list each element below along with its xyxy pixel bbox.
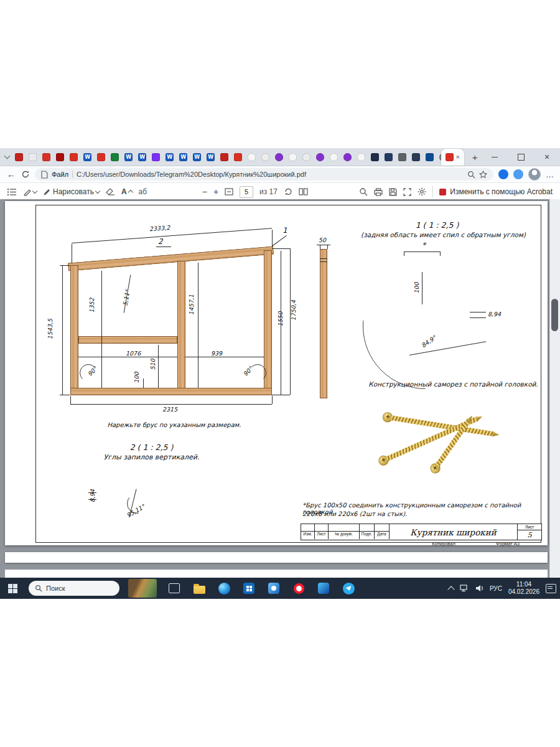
search-document-icon[interactable] [359, 187, 368, 196]
print-icon[interactable] [374, 188, 383, 196]
beam-side-view [320, 249, 327, 398]
url-field[interactable]: Файл C:/Users/user/Downloads/Telegram%20… [35, 168, 493, 181]
zoom-in-button[interactable]: + [213, 187, 218, 197]
dimension-line [470, 312, 486, 312]
close-button[interactable]: × [534, 148, 560, 166]
browser-tab[interactable] [275, 153, 283, 161]
dim-right-inner: 1550 [277, 311, 284, 326]
new-tab-button[interactable]: + [468, 150, 482, 164]
title-block-header: Изм. [301, 532, 315, 539]
browser-tab[interactable] [316, 153, 324, 161]
detail1-title: 1 ( 1 : 2,5 ) [386, 220, 488, 230]
back-icon[interactable]: ← [6, 169, 16, 179]
volume-icon[interactable] [475, 585, 483, 592]
browser-tab[interactable] [56, 153, 64, 161]
browser-tab[interactable] [343, 153, 352, 161]
browser-tab[interactable]: W [83, 153, 91, 161]
extension-line [272, 248, 290, 249]
browser-tab[interactable] [357, 153, 365, 161]
minimize-button[interactable] [482, 148, 508, 166]
scrollbar-thumb[interactable] [551, 299, 558, 331]
tab-strip: WWWWWWW × + × [0, 148, 560, 166]
browser-tab[interactable] [111, 153, 119, 161]
browser-tab[interactable] [97, 153, 105, 161]
browser-tab[interactable] [398, 153, 406, 161]
full-screen-icon[interactable] [403, 188, 411, 196]
file-explorer-button[interactable] [187, 578, 212, 599]
telegram-button[interactable] [336, 578, 361, 599]
dimension-line [101, 271, 102, 388]
browser-tab[interactable] [152, 153, 160, 161]
browser-tab[interactable] [385, 153, 393, 161]
settings-gear-icon[interactable] [418, 187, 426, 196]
action-center-icon[interactable] [546, 584, 556, 593]
scrollbar[interactable] [549, 199, 560, 578]
blue-app-button[interactable] [311, 578, 336, 599]
taskbar-search[interactable]: Поиск [29, 581, 119, 596]
browser-tab[interactable]: W [179, 153, 187, 161]
rotate-icon[interactable] [284, 187, 292, 196]
draw-button[interactable]: Нарисовать [43, 187, 100, 196]
browser-tab[interactable] [248, 153, 256, 161]
settings-menu-icon[interactable]: … [546, 170, 554, 179]
title-block-header: Подп. [360, 532, 375, 539]
refresh-icon[interactable] [21, 170, 30, 179]
zoom-out-button[interactable]: − [202, 187, 207, 197]
text-size-button[interactable]: A [121, 187, 133, 196]
table-of-contents-icon[interactable] [7, 188, 17, 196]
hidden-icons-chevron[interactable] [447, 586, 454, 593]
page-number-input[interactable]: 5 [240, 186, 253, 198]
beam-left [70, 265, 78, 395]
browser-tab[interactable] [371, 153, 379, 161]
browser-tab[interactable]: W [193, 153, 201, 161]
clock[interactable]: 11:04 04.02.2026 [508, 581, 539, 596]
browser-tab[interactable] [412, 153, 420, 161]
eraser-icon[interactable] [106, 188, 115, 195]
browser-essentials-icon[interactable] [513, 169, 523, 179]
maximize-button[interactable] [508, 148, 534, 166]
extension-icon[interactable] [498, 169, 508, 179]
profile-avatar[interactable] [528, 168, 541, 181]
language-indicator[interactable]: РУС [490, 585, 502, 592]
file-icon [41, 171, 48, 179]
opera-button[interactable] [286, 578, 311, 599]
browser-tab[interactable]: W [124, 153, 133, 161]
task-view-button[interactable] [162, 578, 187, 599]
store-icon [243, 583, 254, 594]
browser-tab[interactable] [330, 153, 338, 161]
detail2-subtitle: Углы запилов вертикалей. [97, 453, 206, 461]
tab-close-icon[interactable]: × [455, 154, 459, 161]
browser-tab[interactable]: W [138, 153, 146, 161]
browser-tab[interactable] [234, 153, 242, 161]
page-view-icon[interactable] [299, 188, 308, 195]
edge-button[interactable] [212, 578, 236, 599]
network-icon[interactable] [460, 585, 469, 592]
browser-tab[interactable] [220, 153, 228, 161]
read-aloud-button[interactable]: аб [139, 187, 147, 196]
store-button[interactable] [236, 578, 261, 599]
active-tab[interactable]: × [441, 149, 464, 166]
page-total-label: из 17 [259, 187, 278, 196]
browser-tab[interactable] [302, 153, 310, 161]
browser-tab[interactable] [426, 153, 434, 161]
browser-tab[interactable]: W [166, 153, 174, 161]
highlight-button[interactable] [23, 188, 37, 196]
taskbar: Поиск РУС 11:04 04.02.2026 [0, 578, 560, 599]
browser-tab[interactable] [42, 153, 50, 161]
start-button[interactable] [0, 578, 25, 599]
browser-tab[interactable] [70, 153, 78, 161]
browser-tab[interactable] [29, 153, 37, 161]
tab-search-chevron-icon[interactable] [2, 152, 12, 162]
browser-tab[interactable] [15, 153, 23, 161]
widgets-thumbnail[interactable] [128, 579, 157, 598]
zoom-icon[interactable] [467, 171, 475, 179]
acrobat-button[interactable]: Изменить с помощью Acrobat [439, 187, 553, 196]
browser-tab[interactable] [261, 153, 269, 161]
save-icon[interactable] [389, 188, 397, 196]
browser-tab[interactable] [289, 153, 297, 161]
fit-page-icon[interactable] [225, 188, 233, 195]
favorite-star-icon[interactable] [479, 171, 487, 179]
browser-tab[interactable]: W [207, 153, 215, 161]
photos-button[interactable] [261, 578, 286, 599]
dimension-line [290, 248, 291, 395]
